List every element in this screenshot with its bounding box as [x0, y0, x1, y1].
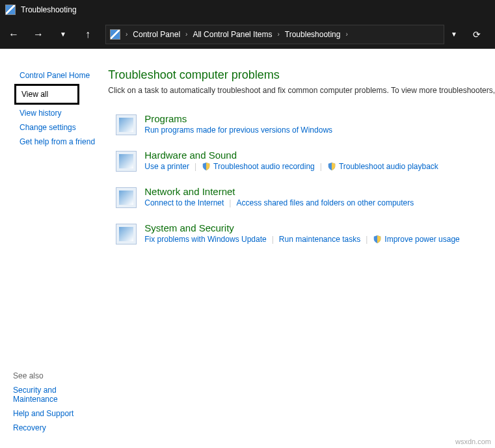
separator: | — [272, 235, 274, 244]
network-icon — [116, 187, 137, 208]
sidebar-get-help[interactable]: Get help from a friend — [20, 135, 96, 149]
network-title[interactable]: Network and Internet — [144, 186, 414, 197]
recent-dropdown[interactable]: ▼ — [57, 31, 69, 38]
control-panel-icon — [5, 5, 16, 15]
page-heading: Troubleshoot computer problems — [108, 68, 495, 82]
shield-icon — [373, 235, 382, 244]
main: Troubleshoot computer problems Click on … — [96, 49, 495, 448]
sidebar-view-all[interactable]: View all — [14, 84, 79, 105]
network-link-1[interactable]: Connect to the Internet — [144, 198, 224, 207]
hardware-title[interactable]: Hardware and Sound — [144, 150, 438, 161]
navbar: ← → ▼ ↑ › Control Panel › All Control Pa… — [0, 20, 495, 49]
cp-icon — [110, 29, 120, 40]
breadcrumb-item[interactable]: Control Panel — [130, 30, 183, 39]
hardware-link-3[interactable]: Troubleshoot audio playback — [339, 162, 438, 171]
sidebar-view-history[interactable]: View history — [20, 106, 96, 120]
separator: | — [194, 162, 196, 171]
sidebar-home[interactable]: Control Panel Home — [20, 68, 96, 83]
chevron-icon[interactable]: › — [126, 31, 127, 38]
dropdown-button[interactable]: ▼ — [451, 31, 457, 38]
category-programs: Programs Run programs made for previous … — [108, 113, 495, 135]
programs-title[interactable]: Programs — [144, 113, 332, 124]
hardware-link-2[interactable]: Troubleshoot audio recording — [213, 162, 315, 171]
refresh-button[interactable]: ⟳ — [473, 29, 481, 40]
sidebar: Control Panel Home View all View history… — [0, 49, 96, 448]
programs-icon — [116, 114, 137, 135]
shield-icon — [202, 162, 211, 171]
separator: | — [320, 162, 322, 171]
programs-link-1[interactable]: Run programs made for previous versions … — [144, 125, 332, 135]
page-description: Click on a task to automatically trouble… — [108, 86, 495, 95]
forward-button[interactable]: → — [33, 29, 44, 40]
window-title: Troubleshooting — [21, 5, 77, 14]
see-also-heading: See also — [13, 369, 96, 383]
breadcrumb-item[interactable]: All Control Panel Items — [190, 30, 274, 39]
system-link-3[interactable]: Improve power usage — [384, 235, 459, 244]
chevron-icon[interactable]: › — [277, 31, 279, 38]
separator: | — [366, 235, 368, 244]
breadcrumb-item[interactable]: Troubleshooting — [282, 30, 343, 39]
category-hardware: Hardware and Sound Use a printer | Troub… — [108, 150, 495, 172]
system-title[interactable]: System and Security — [144, 222, 459, 233]
hardware-icon — [116, 151, 137, 172]
category-network: Network and Internet Connect to the Inte… — [108, 186, 495, 208]
chevron-icon[interactable]: › — [185, 31, 187, 38]
sidebar-change-settings[interactable]: Change settings — [20, 120, 96, 135]
see-also-security[interactable]: Security and Maintenance — [13, 383, 96, 406]
watermark: wsxdn.com — [455, 438, 491, 445]
sidebar-top: Control Panel Home View all View history… — [20, 68, 96, 149]
chevron-icon[interactable]: › — [345, 31, 347, 38]
up-button[interactable]: ↑ — [82, 29, 94, 40]
nav-right: ▼ ⟳ — [451, 29, 488, 40]
category-system: System and Security Fix problems with Wi… — [108, 222, 495, 244]
system-link-2[interactable]: Run maintenance tasks — [279, 235, 360, 244]
system-icon — [116, 224, 137, 244]
sidebar-bottom: See also Security and Maintenance Help a… — [13, 369, 96, 435]
see-also-recovery[interactable]: Recovery — [13, 421, 96, 435]
shield-icon — [327, 162, 336, 171]
back-button[interactable]: ← — [8, 29, 20, 40]
see-also-help[interactable]: Help and Support — [13, 406, 96, 421]
address-bar[interactable]: › Control Panel › All Control Panel Item… — [105, 25, 444, 44]
nav-arrows: ← → ▼ ↑ — [7, 29, 98, 40]
hardware-link-1[interactable]: Use a printer — [144, 162, 189, 171]
system-link-1[interactable]: Fix problems with Windows Update — [144, 235, 266, 244]
titlebar: Troubleshooting — [0, 0, 495, 20]
separator: | — [229, 198, 231, 207]
content: Control Panel Home View all View history… — [0, 49, 495, 448]
network-link-2[interactable]: Access shared files and folders on other… — [236, 198, 414, 207]
